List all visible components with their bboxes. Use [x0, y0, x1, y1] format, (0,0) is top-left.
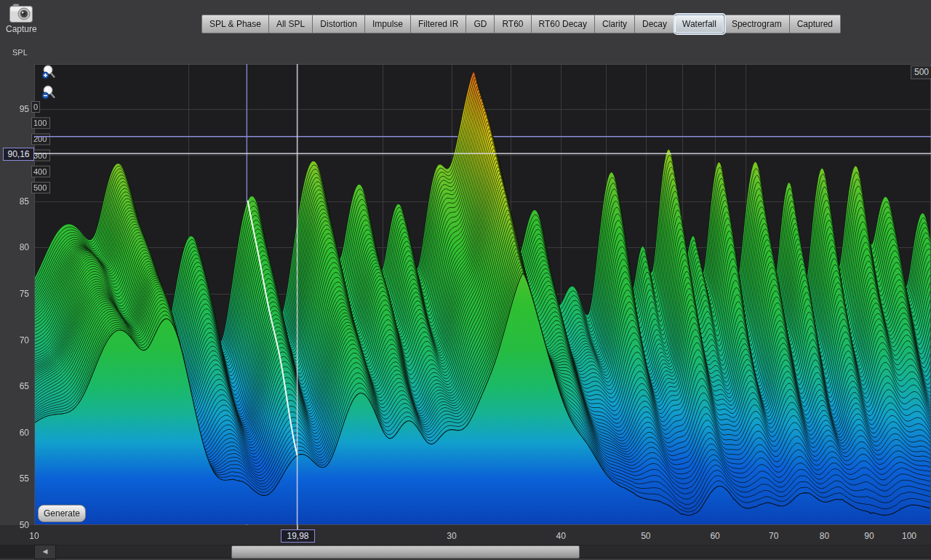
freq-tick-100: 100: [902, 532, 916, 540]
graph-tab-bar: SPL & PhaseAll SPLDistortionImpulseFilte…: [201, 15, 841, 33]
cursor-frequency-readout: 19,98: [281, 529, 315, 543]
tab-decay[interactable]: Decay: [635, 15, 675, 33]
horizontal-scrollbar[interactable]: ◀: [0, 545, 931, 559]
freq-tick-60: 60: [710, 532, 719, 540]
tab-all-spl[interactable]: All SPL: [269, 15, 313, 33]
scrollbar-thumb[interactable]: [231, 545, 580, 559]
spl-axis-group-label: SPL: [12, 48, 28, 57]
spl-tick-55: 55: [1, 474, 29, 483]
tab-waterfall[interactable]: Waterfall: [675, 15, 724, 33]
zoom-out-icon[interactable]: [40, 84, 57, 103]
tab-rt60[interactable]: RT60: [495, 15, 531, 33]
freq-tick-40: 40: [556, 532, 566, 540]
spl-tick-60: 60: [1, 428, 29, 437]
tab-clarity[interactable]: Clarity: [595, 15, 635, 33]
freq-tick-70: 70: [769, 532, 778, 540]
spl-tick-65: 65: [1, 382, 29, 391]
capture-control[interactable]: Capture: [6, 3, 37, 34]
spl-tick-85: 85: [1, 197, 29, 206]
spl-tick-70: 70: [1, 336, 29, 345]
tab-distortion[interactable]: Distortion: [313, 15, 365, 33]
tab-rt60-decay[interactable]: RT60 Decay: [532, 15, 595, 33]
tab-gd[interactable]: GD: [466, 15, 495, 33]
tab-filtered-ir[interactable]: Filtered IR: [411, 15, 466, 33]
time-range-badge: 500: [911, 65, 931, 79]
spl-tick-95: 95: [1, 105, 29, 113]
freq-tick-50: 50: [641, 532, 650, 540]
cursor-spl-readout: 90,16: [3, 148, 34, 161]
generate-button[interactable]: Generate: [38, 505, 86, 522]
freq-tick-90: 90: [864, 532, 874, 540]
spl-tick-80: 80: [1, 243, 29, 252]
tab-captured[interactable]: Captured: [790, 15, 841, 33]
tab-spl-phase[interactable]: SPL & Phase: [201, 15, 269, 33]
tab-impulse[interactable]: Impulse: [365, 15, 411, 33]
freq-tick-10: 10: [29, 532, 39, 540]
rew-waterfall-window: Capture SPL SPL & PhaseAll SPLDistortion…: [0, 0, 931, 560]
capture-label: Capture: [6, 24, 37, 34]
spl-tick-50: 50: [1, 521, 29, 529]
camera-icon: [9, 3, 33, 23]
freq-tick-30: 30: [447, 532, 456, 540]
waterfall-plot-canvas[interactable]: [0, 0, 931, 560]
frequency-axis-strip: [0, 525, 931, 545]
spl-tick-75: 75: [1, 289, 29, 298]
left-arrow-icon[interactable]: ◀: [34, 545, 56, 559]
tab-spectrogram[interactable]: Spectrogram: [724, 15, 790, 33]
freq-tick-80: 80: [820, 532, 829, 540]
zoom-in-icon[interactable]: [40, 64, 57, 83]
